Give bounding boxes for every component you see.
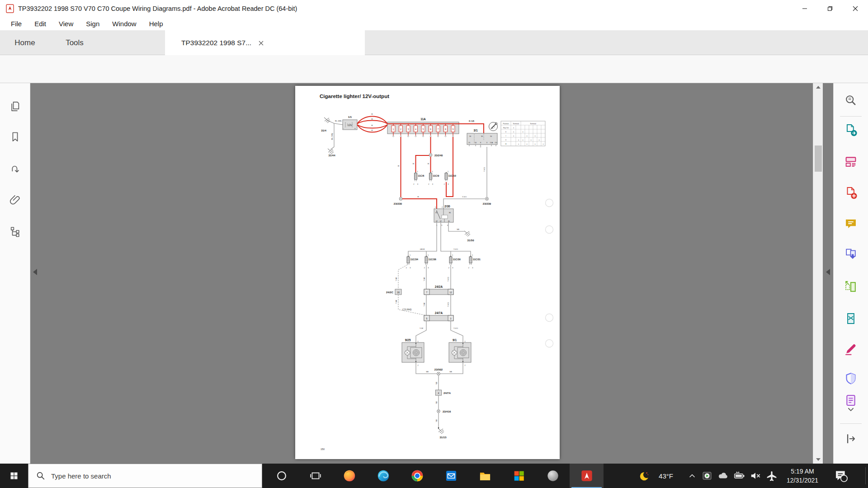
destinations-button[interactable] <box>6 160 24 178</box>
compress-pdf-button[interactable] <box>844 312 858 325</box>
open-tools-pane-button[interactable] <box>844 432 858 446</box>
scrollbar-thumb[interactable] <box>815 145 822 172</box>
comment-bubble-icon <box>844 217 858 230</box>
svg-text:S: S <box>480 142 481 144</box>
tray-airplane-mode[interactable] <box>764 464 779 488</box>
comment-tool-button[interactable] <box>844 217 858 230</box>
svg-text:III: III <box>505 143 507 145</box>
svg-text:11C/10: 11C/10 <box>448 174 456 177</box>
search-icon <box>36 471 46 481</box>
document-viewport[interactable]: Cigarette lighter/ 12V-output 1/1 12V - … <box>30 83 833 464</box>
notification-badge: 2 <box>843 476 845 481</box>
svg-text:2: 2 <box>448 267 449 269</box>
svg-text:Y-VO: Y-VO <box>447 302 449 307</box>
tab-tools[interactable]: Tools <box>50 30 99 55</box>
window-titlebar: TP3932202 1998 S70 V70 C70 Coupe Wiring … <box>0 0 868 17</box>
tools-rail <box>833 83 868 464</box>
document-scrollbar[interactable] <box>813 83 823 464</box>
combine-files-button[interactable] <box>844 247 858 261</box>
svg-text:R-SB: R-SB <box>469 120 475 122</box>
create-pdf-button[interactable] <box>844 186 858 199</box>
svg-text:11C/6: 11C/6 <box>418 174 424 177</box>
menu-edit[interactable]: Edit <box>28 20 52 28</box>
taskbar-cortana[interactable] <box>264 464 298 488</box>
menu-help[interactable]: Help <box>143 20 170 28</box>
svg-text:Y-VO: Y-VO <box>462 196 467 198</box>
svg-text:15A: 15A <box>490 142 493 144</box>
weather-moon-icon[interactable] <box>637 464 652 488</box>
search-tools-button[interactable] <box>844 94 858 107</box>
svg-text:24/7A: 24/7A <box>435 311 443 314</box>
show-desktop-divider[interactable] <box>865 467 866 484</box>
minimize-button[interactable] <box>792 0 817 17</box>
restore-icon <box>827 6 833 11</box>
open-right-pane-icon[interactable] <box>826 269 830 275</box>
svg-text:30: 30 <box>469 136 471 137</box>
edit-pdf-button[interactable] <box>844 155 858 168</box>
taskbar-store[interactable] <box>502 464 536 488</box>
rail-divider <box>840 116 862 117</box>
tab-document[interactable]: TP3932202 1998 S7... <box>165 30 365 56</box>
tray-onedrive[interactable] <box>715 464 731 488</box>
svg-text:15I: 15I <box>495 142 497 144</box>
taskbar-app-sphere[interactable] <box>536 464 570 488</box>
taskbar-edge[interactable] <box>366 464 400 488</box>
organize-pages-icon <box>844 280 858 294</box>
svg-text:2: 2 <box>444 183 445 185</box>
tray-volume-muted[interactable] <box>748 464 763 488</box>
chrome-icon <box>411 469 424 482</box>
tray-media-app[interactable] <box>700 464 714 488</box>
cortana-icon <box>276 470 288 482</box>
taskbar-task-view[interactable] <box>298 464 332 488</box>
more-tools-chevron-button[interactable] <box>844 406 858 415</box>
weather-temperature[interactable]: 43°F <box>653 464 679 488</box>
restore-button[interactable] <box>817 0 843 17</box>
page-hole-marks <box>546 199 553 347</box>
action-center-button[interactable]: 2 <box>830 464 852 488</box>
svg-text:87: 87 <box>440 221 442 222</box>
tab-home[interactable]: Home <box>0 30 50 55</box>
collapse-left-pane-icon[interactable] <box>33 269 37 275</box>
svg-text:Terminal: Terminal <box>530 123 536 125</box>
acrobat-file-icon <box>5 4 14 13</box>
svg-text:R: R <box>371 124 373 127</box>
menu-sign[interactable]: Sign <box>80 20 106 28</box>
bookmarks-button[interactable] <box>6 127 24 145</box>
taskbar-acrobat-active[interactable] <box>570 464 604 488</box>
page-thumbnails-button[interactable] <box>6 97 24 115</box>
taskbar-chrome[interactable] <box>400 464 434 488</box>
organize-pages-button[interactable] <box>844 280 858 294</box>
battery-charging-icon <box>733 470 745 482</box>
scroll-down-icon[interactable] <box>813 455 823 464</box>
taskbar-mail[interactable] <box>434 464 468 488</box>
taskbar-file-explorer[interactable] <box>468 464 502 488</box>
tray-overflow-chevron[interactable] <box>685 464 699 488</box>
scroll-up-icon[interactable] <box>813 83 823 91</box>
tab-close-icon[interactable] <box>259 41 264 46</box>
open-pane-arrow-icon <box>844 432 858 446</box>
close-button[interactable] <box>843 0 868 17</box>
more-tools-button[interactable] <box>844 394 858 407</box>
menu-view[interactable]: View <box>52 20 80 28</box>
fill-sign-tool-button[interactable] <box>844 342 858 356</box>
start-button[interactable] <box>0 464 28 488</box>
tray-battery[interactable] <box>731 464 747 488</box>
pages-icon <box>9 100 21 113</box>
attachments-button[interactable] <box>6 191 24 209</box>
shield-icon <box>844 372 858 385</box>
svg-text:1: 1 <box>452 254 453 256</box>
svg-text:24/2A: 24/2A <box>435 285 443 288</box>
taskbar-firefox[interactable] <box>332 464 366 488</box>
svg-text:3: 3 <box>432 183 433 185</box>
menu-file[interactable]: File <box>5 20 28 28</box>
search-placeholder: Type here to search <box>51 472 111 480</box>
taskbar-clock[interactable]: 5:19 AM 12/31/2021 <box>781 464 824 488</box>
export-pdf-button[interactable] <box>844 123 858 136</box>
protect-pdf-button[interactable] <box>844 372 858 385</box>
svg-text:11C/34: 11C/34 <box>410 258 419 261</box>
menu-window[interactable]: Window <box>106 20 142 28</box>
svg-text:Y-VO: Y-VO <box>453 327 458 329</box>
taskbar-search[interactable]: Type here to search <box>28 464 262 488</box>
svg-text:2: 2 <box>413 183 414 185</box>
layers-button[interactable] <box>6 222 24 240</box>
